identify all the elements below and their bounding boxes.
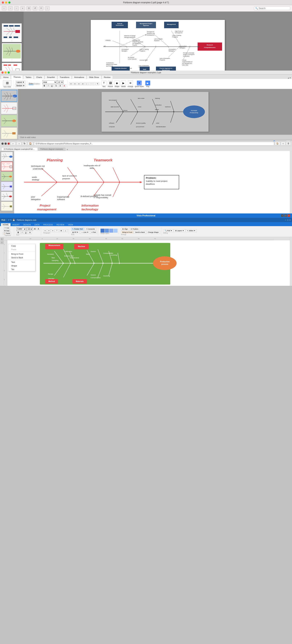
visio-copy-button[interactable]: ⧉ Copy (3, 230, 11, 232)
browser-thumb-2[interactable]: Planning Teamwork (1, 162, 13, 171)
visio-tab-insert[interactable]: INSERT (11, 223, 21, 226)
align-left-button[interactable]: ≡ (69, 82, 73, 86)
visio-align-center[interactable]: ≡ (47, 229, 51, 232)
ppt-tab-review[interactable]: Review (102, 76, 113, 79)
visio-align-left[interactable]: ≡ (43, 229, 47, 232)
ppt-minimize-button[interactable] (5, 72, 7, 74)
font-size-select[interactable]: 12 (57, 80, 64, 84)
slides-tab[interactable]: Slides (29, 83, 34, 85)
visio-position-button[interactable]: ⊡ Position (129, 228, 140, 230)
pen-button[interactable]: ✏ (39, 6, 44, 10)
visio-font-size[interactable]: 12pt (27, 228, 33, 231)
visio-close2[interactable]: × (289, 219, 290, 221)
visio-bold-button[interactable]: A (33, 228, 36, 230)
text-direction-button[interactable]: ↰ (95, 82, 99, 86)
picture-insert-button[interactable]: 🖼 Picture (108, 80, 113, 87)
visio-paste-button[interactable]: 📋 Paste (3, 232, 11, 235)
visio-undo-button[interactable]: ↺ (8, 219, 10, 221)
line-spacing-button[interactable]: ↕ (85, 82, 89, 86)
visio-cut-button[interactable]: ✂ Cut (4, 227, 10, 229)
ppt-slide-thumb-1[interactable]: Increase (1, 90, 17, 102)
visio-fill-button[interactable]: ▥ Fill ▼ (71, 231, 80, 234)
context-menu-shape[interactable]: Shape (8, 264, 35, 268)
visio-find-button[interactable]: 🔍 Find ▼ (163, 229, 174, 232)
layout-button[interactable]: Layout ▼ (15, 81, 26, 84)
pdf-search-input[interactable] (259, 7, 286, 10)
browser-tab-2[interactable]: Fishbone diagram examples (38, 148, 66, 151)
font-color-button[interactable]: A (63, 84, 66, 87)
visio-file-button[interactable]: FILE (2, 219, 6, 221)
outline-tab[interactable]: Outline (34, 83, 40, 85)
browser-tab-1[interactable]: D:\Fishbone diagram examples\Fishbone... (2, 148, 38, 151)
visio-tool-2[interactable]: + (1, 241, 4, 244)
visio-align-top[interactable]: ⊤ (55, 229, 59, 232)
pdf-thumb-1[interactable]: 1 (2, 23, 22, 42)
visio-minimize-button[interactable]: − (281, 214, 284, 217)
visio-save-button[interactable]: 💾 (13, 219, 15, 221)
align-right-button[interactable]: ≡ (77, 82, 81, 86)
visio-pointer-tool[interactable]: ↖ Pointer Tool (71, 228, 84, 230)
ppt-tab-animations[interactable]: Animations (72, 76, 86, 79)
browser-forward-button[interactable]: → (17, 142, 21, 145)
browser-url-bar[interactable]: D:\Fishbone diagram examples\Fishbone di… (34, 142, 274, 146)
visio-font-dec-button[interactable]: A (37, 228, 40, 230)
ppt-tab-slideshow[interactable]: Slide Show (87, 76, 101, 79)
visio-send-to-back-button[interactable]: Send to Back (134, 231, 146, 234)
minimize-button[interactable] (5, 2, 7, 4)
pdf-thumb-2[interactable]: 2 (2, 43, 22, 62)
section-button[interactable]: Section ▼ (15, 84, 26, 87)
visio-align-bottom[interactable]: ⊥ (64, 229, 68, 232)
ppt-notes-area[interactable]: Click to add notes (18, 134, 292, 140)
visio-tab-data[interactable]: DATA (33, 223, 41, 226)
visio-tool-1[interactable]: ↖ (1, 238, 4, 240)
text-insert-button[interactable]: T Text (101, 80, 106, 87)
italic-button[interactable]: I (47, 84, 50, 87)
bold-button[interactable]: B (42, 84, 46, 87)
visio-style-1[interactable] (100, 229, 104, 233)
visio-scrollbar-v[interactable] (290, 237, 292, 286)
context-menu-send-back[interactable]: Send to Back (8, 256, 35, 260)
ppt-close-button[interactable] (2, 72, 4, 74)
visio-tab-process[interactable]: PROCESS (41, 223, 55, 226)
visio-minimize2[interactable]: − (285, 219, 286, 221)
visio-layers-button[interactable]: ⊞ Layers ▼ (174, 229, 185, 232)
visio-tab-review[interactable]: REVIEW (55, 223, 66, 226)
shape-insert-button[interactable]: ◆ Shape (114, 80, 119, 87)
visio-restore2[interactable]: □ (287, 219, 288, 221)
ppt-tab-transitions[interactable]: Transitions (57, 76, 72, 79)
ppt-tab-smartart[interactable]: SmartArt (45, 76, 57, 79)
close-button[interactable] (2, 2, 4, 4)
browser-refresh-button[interactable]: ↻ (22, 142, 27, 145)
browser-bookmarks-button[interactable]: 🏠 (275, 142, 280, 145)
browser-maximize[interactable] (5, 142, 7, 145)
pdf-thumb-3[interactable]: 3 (2, 63, 22, 70)
visio-underline-btn[interactable]: U (24, 231, 28, 234)
browser-minimize[interactable] (2, 142, 4, 145)
visio-select-button[interactable]: ↖ Select ▼ (186, 229, 197, 232)
maximize-button[interactable] (8, 2, 11, 4)
quick-styles-button[interactable]: ✦ Quick Styles (135, 80, 144, 87)
visio-close-button[interactable]: × (288, 214, 290, 217)
browser-close[interactable]: × (8, 142, 10, 145)
context-menu-text[interactable]: Text (8, 260, 35, 264)
new-slide-button[interactable]: ⊞ (3, 80, 12, 86)
visio-text-tool-button[interactable]: A Text (90, 231, 97, 234)
zoom-out-button[interactable]: − (14, 6, 19, 10)
visio-restore-button[interactable]: □ (284, 214, 287, 217)
visio-align-right[interactable]: ≡ (51, 229, 54, 232)
ppt-slide-thumb-4[interactable] (1, 127, 17, 139)
visio-bring-to-front-button[interactable]: Bring to Front (121, 231, 133, 234)
visio-style-2[interactable] (105, 229, 109, 233)
visio-drawing-area[interactable]: Measurement Machine Production process (7, 240, 290, 286)
justify-button[interactable]: ≡ (81, 82, 85, 86)
visio-bold-btn[interactable]: B (16, 231, 20, 234)
browser-menu-button[interactable]: ☰ (286, 142, 290, 145)
share-button[interactable]: ↑ (45, 6, 50, 10)
play-button[interactable]: ▶ Play (145, 80, 150, 87)
browser-back-button[interactable]: ← (11, 142, 16, 145)
ppt-tab-home[interactable]: Home (1, 76, 11, 79)
back-button[interactable]: ← (2, 6, 7, 10)
browser-settings-button[interactable]: ☆ (281, 142, 285, 145)
arrange-button[interactable]: ⊞ Arrange (127, 80, 133, 87)
ppt-slide-thumb-2[interactable] (1, 102, 17, 114)
